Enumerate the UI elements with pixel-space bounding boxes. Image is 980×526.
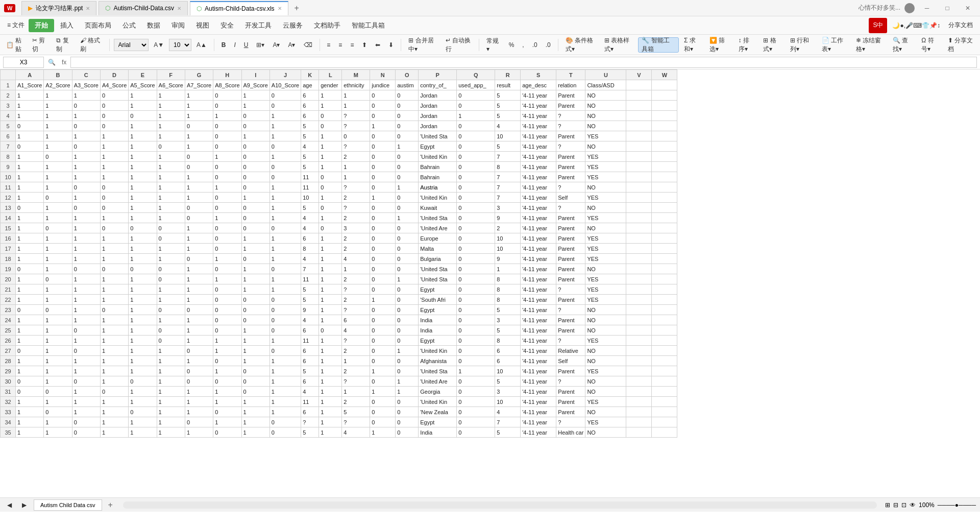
cell-H25[interactable]: 0 xyxy=(213,325,241,336)
cell-F28[interactable]: 1 xyxy=(157,356,185,366)
cell-H27[interactable]: 1 xyxy=(213,346,241,356)
cell-P25[interactable]: India xyxy=(419,325,457,336)
cell-F10[interactable]: 1 xyxy=(157,172,185,182)
cell-U3[interactable]: NO xyxy=(585,101,626,111)
cell-F29[interactable]: 1 xyxy=(157,366,185,376)
cell-F4[interactable]: 1 xyxy=(157,111,185,121)
cell-U31[interactable]: NO xyxy=(585,387,626,397)
cell-A9[interactable]: 1 xyxy=(16,162,44,172)
cell-V34[interactable] xyxy=(626,417,652,427)
cell-K30[interactable]: 6 xyxy=(301,376,319,387)
cell-G21[interactable]: 1 xyxy=(185,284,213,295)
cell-L9[interactable]: 1 xyxy=(319,162,342,172)
cell-G3[interactable]: 1 xyxy=(185,101,213,111)
cell-Q27[interactable]: 0 xyxy=(457,346,495,356)
cell-A7[interactable]: 0 xyxy=(16,141,44,152)
cell-R12[interactable]: 7 xyxy=(495,193,521,203)
cell-O31[interactable]: 1 xyxy=(396,387,419,397)
cell-C35[interactable]: 0 xyxy=(72,427,100,438)
cell-B25[interactable]: 1 xyxy=(44,325,72,336)
cell-B4[interactable]: 1 xyxy=(44,111,72,121)
cell-U19[interactable]: NO xyxy=(585,264,626,274)
cell-G35[interactable]: 1 xyxy=(185,427,213,438)
cell-H2[interactable]: 0 xyxy=(213,90,241,101)
cell-M4[interactable]: ? xyxy=(342,111,370,121)
cell-B14[interactable]: 1 xyxy=(44,213,72,223)
cell-F18[interactable]: 1 xyxy=(157,254,185,264)
cell-W33[interactable] xyxy=(652,407,677,417)
filter-button[interactable]: 🔽 筛选▾ xyxy=(706,37,733,53)
cell-W15[interactable] xyxy=(652,223,677,233)
cell-C23[interactable]: 1 xyxy=(72,305,100,315)
cell-J1[interactable]: A10_Score xyxy=(270,80,301,90)
copy-button[interactable]: ⧉ 复制 xyxy=(53,37,75,53)
cell-D1[interactable]: A4_Score xyxy=(100,80,128,90)
cell-F3[interactable]: 1 xyxy=(157,101,185,111)
cell-A10[interactable]: 1 xyxy=(16,172,44,182)
cell-A33[interactable]: 1 xyxy=(16,407,44,417)
menu-doc-assistant[interactable]: 文档助手 xyxy=(309,19,346,32)
cell-R4[interactable]: 5 xyxy=(495,111,521,121)
cell-M23[interactable]: ? xyxy=(342,305,370,315)
cell-P7[interactable]: Egypt xyxy=(419,141,457,152)
cell-R10[interactable]: 7 xyxy=(495,172,521,182)
cell-N16[interactable]: 0 xyxy=(370,233,396,244)
cell-J12[interactable]: 1 xyxy=(270,193,301,203)
cell-U15[interactable]: NO xyxy=(585,223,626,233)
cell-D12[interactable]: 0 xyxy=(100,193,128,203)
cell-F30[interactable]: 1 xyxy=(157,376,185,387)
cell-O11[interactable]: 1 xyxy=(396,182,419,193)
view-mode-3[interactable]: ⊡ xyxy=(901,501,906,509)
cell-E7[interactable]: 1 xyxy=(129,141,157,152)
cell-F8[interactable]: 1 xyxy=(157,152,185,162)
cell-B11[interactable]: 1 xyxy=(44,182,72,193)
cell-I30[interactable]: 0 xyxy=(241,376,270,387)
cell-L13[interactable]: 0 xyxy=(319,203,342,213)
cell-D35[interactable]: 1 xyxy=(100,427,128,438)
cell-V3[interactable] xyxy=(626,101,652,111)
cell-O17[interactable]: 0 xyxy=(396,244,419,254)
cell-D13[interactable]: 0 xyxy=(100,203,128,213)
col-header-C[interactable]: C xyxy=(72,70,100,80)
cell-F12[interactable]: 1 xyxy=(157,193,185,203)
col-header-M[interactable]: M xyxy=(342,70,370,80)
sum-button[interactable]: Σ 求和▾ xyxy=(681,37,704,53)
cell-A26[interactable]: 1 xyxy=(16,336,44,346)
cell-N29[interactable]: 1 xyxy=(370,366,396,376)
cell-L10[interactable]: 0 xyxy=(319,172,342,182)
menu-security[interactable]: 安全 xyxy=(215,19,239,32)
cell-T17[interactable]: Parent xyxy=(556,244,585,254)
cell-L34[interactable]: 1 xyxy=(319,417,342,427)
cell-T11[interactable]: ? xyxy=(556,182,585,193)
cell-Q34[interactable]: 0 xyxy=(457,417,495,427)
cell-R22[interactable]: 8 xyxy=(495,295,521,305)
cell-G26[interactable]: 1 xyxy=(185,336,213,346)
cell-M31[interactable]: 1 xyxy=(342,387,370,397)
cell-S2[interactable]: '4-11 year xyxy=(521,90,556,101)
cell-G24[interactable]: 1 xyxy=(185,315,213,325)
cell-K16[interactable]: 6 xyxy=(301,233,319,244)
cell-K29[interactable]: 5 xyxy=(301,366,319,376)
cell-Q30[interactable]: 0 xyxy=(457,376,495,387)
cell-G33[interactable]: 1 xyxy=(185,407,213,417)
cell-O26[interactable]: 0 xyxy=(396,336,419,346)
cell-F14[interactable]: 1 xyxy=(157,213,185,223)
cell-U6[interactable]: YES xyxy=(585,131,626,141)
cell-E2[interactable]: 1 xyxy=(129,90,157,101)
cell-G11[interactable]: 1 xyxy=(185,182,213,193)
cell-R21[interactable]: 8 xyxy=(495,284,521,295)
cell-O6[interactable]: 0 xyxy=(396,131,419,141)
cell-U14[interactable]: YES xyxy=(585,213,626,223)
cell-Q11[interactable]: 0 xyxy=(457,182,495,193)
cell-R28[interactable]: 6 xyxy=(495,356,521,366)
cell-W11[interactable] xyxy=(652,182,677,193)
cell-L7[interactable]: 1 xyxy=(319,141,342,152)
cell-B29[interactable]: 1 xyxy=(44,366,72,376)
cell-M3[interactable]: 1 xyxy=(342,101,370,111)
cell-Q5[interactable]: 0 xyxy=(457,121,495,131)
cell-L18[interactable]: 1 xyxy=(319,254,342,264)
cell-V32[interactable] xyxy=(626,397,652,407)
cell-T4[interactable]: ? xyxy=(556,111,585,121)
cell-H10[interactable]: 0 xyxy=(213,172,241,182)
cell-O25[interactable]: 0 xyxy=(396,325,419,336)
